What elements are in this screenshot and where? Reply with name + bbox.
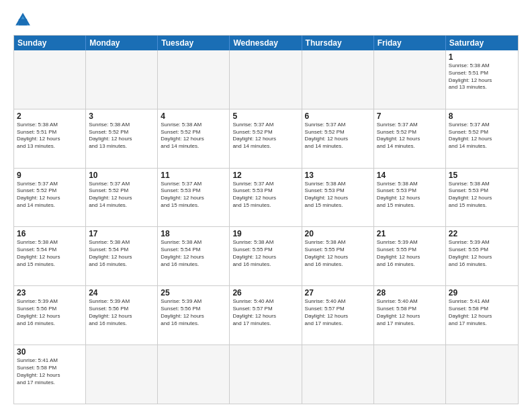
- day-info: Sunrise: 5:39 AM Sunset: 5:55 PM Dayligh…: [449, 239, 515, 268]
- day-number: 7: [377, 111, 443, 121]
- day-info: Sunrise: 5:39 AM Sunset: 5:56 PM Dayligh…: [17, 298, 83, 327]
- day-number: 21: [377, 229, 443, 238]
- calendar-cell-3-2: 18Sunrise: 5:38 AM Sunset: 5:54 PM Dayli…: [158, 227, 230, 285]
- day-number: 11: [161, 171, 226, 180]
- calendar-cell-5-5: [374, 345, 446, 404]
- calendar-cell-5-4: [302, 345, 374, 404]
- calendar-cell-2-5: 14Sunrise: 5:38 AM Sunset: 5:53 PM Dayli…: [374, 169, 446, 227]
- day-info: Sunrise: 5:38 AM Sunset: 5:51 PM Dayligh…: [17, 122, 83, 150]
- day-info: Sunrise: 5:37 AM Sunset: 5:52 PM Dayligh…: [89, 181, 154, 210]
- calendar-cell-5-1: [86, 345, 158, 404]
- day-info: Sunrise: 5:38 AM Sunset: 5:55 PM Dayligh…: [232, 239, 298, 268]
- calendar-cell-1-6: 8Sunrise: 5:37 AM Sunset: 5:52 PM Daylig…: [446, 109, 518, 168]
- day-number: 4: [161, 111, 226, 121]
- calendar-row-4: 23Sunrise: 5:39 AM Sunset: 5:56 PM Dayli…: [14, 286, 518, 345]
- calendar-cell-3-5: 21Sunrise: 5:39 AM Sunset: 5:55 PM Dayli…: [374, 227, 446, 285]
- header-day-wednesday: Wednesday: [230, 36, 302, 50]
- calendar-cell-2-1: 10Sunrise: 5:37 AM Sunset: 5:52 PM Dayli…: [86, 169, 158, 227]
- day-number: 17: [89, 229, 154, 238]
- day-info: Sunrise: 5:38 AM Sunset: 5:54 PM Dayligh…: [161, 239, 226, 268]
- day-info: Sunrise: 5:37 AM Sunset: 5:52 PM Dayligh…: [305, 122, 371, 150]
- calendar-cell-1-2: 4Sunrise: 5:38 AM Sunset: 5:52 PM Daylig…: [158, 109, 230, 168]
- calendar-cell-1-5: 7Sunrise: 5:37 AM Sunset: 5:52 PM Daylig…: [374, 109, 446, 168]
- calendar-cell-4-3: 26Sunrise: 5:40 AM Sunset: 5:57 PM Dayli…: [230, 286, 302, 345]
- day-info: Sunrise: 5:39 AM Sunset: 5:56 PM Dayligh…: [161, 298, 226, 327]
- calendar-cell-1-4: 6Sunrise: 5:37 AM Sunset: 5:52 PM Daylig…: [302, 109, 374, 168]
- calendar-cell-3-4: 20Sunrise: 5:38 AM Sunset: 5:55 PM Dayli…: [302, 227, 374, 285]
- day-number: 14: [377, 171, 443, 180]
- calendar-header: SundayMondayTuesdayWednesdayThursdayFrid…: [14, 36, 518, 50]
- day-info: Sunrise: 5:40 AM Sunset: 5:58 PM Dayligh…: [377, 298, 443, 327]
- day-info: Sunrise: 5:40 AM Sunset: 5:57 PM Dayligh…: [232, 298, 298, 327]
- calendar-cell-4-2: 25Sunrise: 5:39 AM Sunset: 5:56 PM Dayli…: [158, 286, 230, 345]
- day-info: Sunrise: 5:38 AM Sunset: 5:52 PM Dayligh…: [89, 122, 154, 150]
- calendar-cell-2-2: 11Sunrise: 5:37 AM Sunset: 5:53 PM Dayli…: [158, 169, 230, 227]
- header: [13, 11, 519, 30]
- day-info: Sunrise: 5:37 AM Sunset: 5:52 PM Dayligh…: [449, 122, 515, 150]
- day-info: Sunrise: 5:37 AM Sunset: 5:52 PM Dayligh…: [17, 181, 83, 210]
- svg-rect-2: [19, 19, 27, 25]
- calendar-row-1: 2Sunrise: 5:38 AM Sunset: 5:51 PM Daylig…: [14, 109, 518, 169]
- day-number: 3: [89, 111, 154, 121]
- day-number: 15: [449, 171, 515, 180]
- header-day-sunday: Sunday: [14, 36, 86, 50]
- day-info: Sunrise: 5:38 AM Sunset: 5:51 PM Dayligh…: [449, 62, 515, 91]
- day-info: Sunrise: 5:41 AM Sunset: 5:58 PM Dayligh…: [17, 357, 83, 386]
- day-number: 26: [232, 288, 298, 298]
- day-number: 23: [17, 288, 83, 298]
- calendar-cell-2-4: 13Sunrise: 5:38 AM Sunset: 5:53 PM Dayli…: [302, 169, 374, 227]
- calendar-cell-2-3: 12Sunrise: 5:37 AM Sunset: 5:53 PM Dayli…: [230, 169, 302, 227]
- calendar-cell-0-2: [158, 50, 230, 109]
- calendar-cell-0-5: [374, 50, 446, 109]
- calendar-cell-0-0: [14, 50, 86, 109]
- calendar-cell-1-3: 5Sunrise: 5:37 AM Sunset: 5:52 PM Daylig…: [230, 109, 302, 168]
- day-info: Sunrise: 5:38 AM Sunset: 5:54 PM Dayligh…: [89, 239, 154, 268]
- calendar-body: 1Sunrise: 5:38 AM Sunset: 5:51 PM Daylig…: [14, 50, 518, 404]
- day-info: Sunrise: 5:38 AM Sunset: 5:53 PM Dayligh…: [377, 181, 443, 210]
- calendar-row-5: 30Sunrise: 5:41 AM Sunset: 5:58 PM Dayli…: [14, 345, 518, 404]
- calendar-cell-2-0: 9Sunrise: 5:37 AM Sunset: 5:52 PM Daylig…: [14, 169, 86, 227]
- calendar-cell-3-3: 19Sunrise: 5:38 AM Sunset: 5:55 PM Dayli…: [230, 227, 302, 285]
- calendar-row-3: 16Sunrise: 5:38 AM Sunset: 5:54 PM Dayli…: [14, 227, 518, 286]
- day-number: 2: [17, 111, 83, 121]
- day-number: 22: [449, 229, 515, 238]
- day-number: 20: [305, 229, 371, 238]
- day-number: 10: [89, 171, 154, 180]
- day-number: 30: [17, 347, 83, 357]
- calendar-cell-4-0: 23Sunrise: 5:39 AM Sunset: 5:56 PM Dayli…: [14, 286, 86, 345]
- header-day-friday: Friday: [374, 36, 446, 50]
- calendar-cell-1-0: 2Sunrise: 5:38 AM Sunset: 5:51 PM Daylig…: [14, 109, 86, 168]
- calendar-cell-0-1: [86, 50, 158, 109]
- day-number: 12: [232, 171, 298, 180]
- calendar-cell-5-6: [446, 345, 518, 404]
- day-number: 6: [305, 111, 371, 121]
- header-day-thursday: Thursday: [302, 36, 374, 50]
- day-info: Sunrise: 5:38 AM Sunset: 5:55 PM Dayligh…: [305, 239, 371, 268]
- day-info: Sunrise: 5:38 AM Sunset: 5:53 PM Dayligh…: [449, 181, 515, 210]
- day-number: 27: [305, 288, 371, 298]
- calendar-cell-3-6: 22Sunrise: 5:39 AM Sunset: 5:55 PM Dayli…: [446, 227, 518, 285]
- day-info: Sunrise: 5:39 AM Sunset: 5:55 PM Dayligh…: [377, 239, 443, 268]
- calendar-cell-2-6: 15Sunrise: 5:38 AM Sunset: 5:53 PM Dayli…: [446, 169, 518, 227]
- day-number: 19: [232, 229, 298, 238]
- calendar-cell-4-4: 27Sunrise: 5:40 AM Sunset: 5:57 PM Dayli…: [302, 286, 374, 345]
- day-info: Sunrise: 5:37 AM Sunset: 5:53 PM Dayligh…: [232, 181, 298, 210]
- day-number: 25: [161, 288, 226, 298]
- day-number: 13: [305, 171, 371, 180]
- calendar-cell-0-4: [302, 50, 374, 109]
- calendar-cell-1-1: 3Sunrise: 5:38 AM Sunset: 5:52 PM Daylig…: [86, 109, 158, 168]
- calendar-cell-3-1: 17Sunrise: 5:38 AM Sunset: 5:54 PM Dayli…: [86, 227, 158, 285]
- day-info: Sunrise: 5:39 AM Sunset: 5:56 PM Dayligh…: [89, 298, 154, 327]
- day-number: 16: [17, 229, 83, 238]
- logo: [13, 11, 35, 30]
- day-number: 29: [449, 288, 515, 298]
- day-info: Sunrise: 5:37 AM Sunset: 5:53 PM Dayligh…: [161, 181, 226, 210]
- day-number: 1: [449, 52, 515, 62]
- day-number: 18: [161, 229, 226, 238]
- calendar-cell-5-0: 30Sunrise: 5:41 AM Sunset: 5:58 PM Dayli…: [14, 345, 86, 404]
- day-number: 9: [17, 171, 83, 180]
- calendar-cell-4-5: 28Sunrise: 5:40 AM Sunset: 5:58 PM Dayli…: [374, 286, 446, 345]
- day-info: Sunrise: 5:37 AM Sunset: 5:52 PM Dayligh…: [377, 122, 443, 150]
- day-number: 8: [449, 111, 515, 121]
- day-number: 5: [232, 111, 298, 121]
